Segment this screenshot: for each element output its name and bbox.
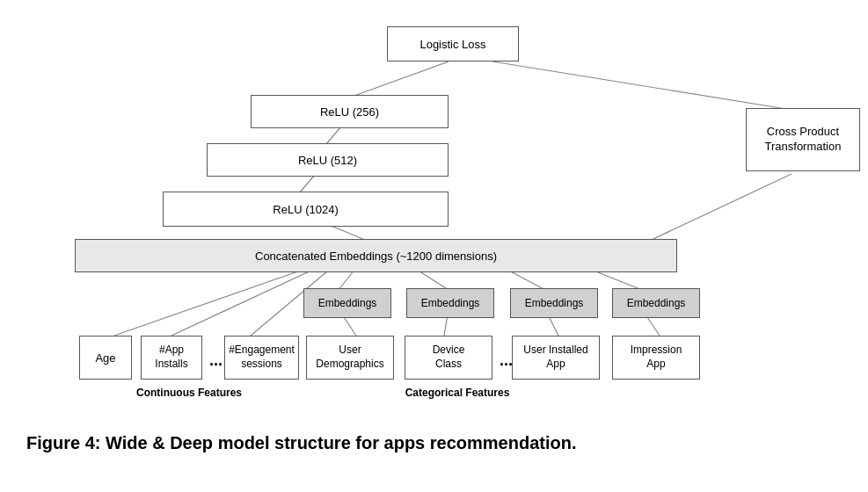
diagram-area: Logistic Loss ReLU (256) ReLU (512) ReLU…: [26, 18, 842, 422]
svg-line-14: [114, 262, 325, 336]
relu256-box: ReLU (256): [251, 95, 449, 128]
user-demo-box: User Demographics: [306, 336, 394, 380]
svg-line-1: [492, 62, 791, 110]
figure-number: Figure 4:: [26, 433, 100, 452]
logistic-loss-box: Logistic Loss: [387, 26, 519, 62]
emb1-box: Embeddings: [303, 288, 391, 318]
categorical-features-label: Categorical Features: [325, 387, 589, 399]
impression-app-box: Impression App: [612, 336, 700, 380]
dots2: ...: [500, 351, 513, 370]
relu1024-box: ReLU (1024): [163, 192, 449, 227]
age-box: Age: [79, 336, 132, 380]
cross-product-box: Cross Product Transformation: [746, 108, 860, 171]
svg-line-0: [352, 62, 449, 97]
relu512-box: ReLU (512): [207, 143, 449, 177]
user-installed-box: User Installed App: [512, 336, 600, 380]
figure-caption: Figure 4: Wide & Deep model structure fo…: [26, 430, 842, 455]
device-class-box: Device Class: [405, 336, 492, 380]
engagement-box: #Engagement sessions: [224, 336, 299, 380]
svg-line-5: [642, 174, 791, 244]
emb2-box: Embeddings: [406, 288, 494, 318]
caption-text: Wide & Deep model structure for apps rec…: [106, 433, 576, 452]
continuous-features-label: Continuous Features: [79, 387, 299, 399]
emb4-box: Embeddings: [612, 288, 700, 318]
emb3-box: Embeddings: [510, 288, 598, 318]
dots1: ...: [209, 351, 222, 370]
concat-box: Concatenated Embeddings (~1200 dimension…: [75, 239, 677, 272]
app-installs-box: #App Installs: [141, 336, 202, 380]
